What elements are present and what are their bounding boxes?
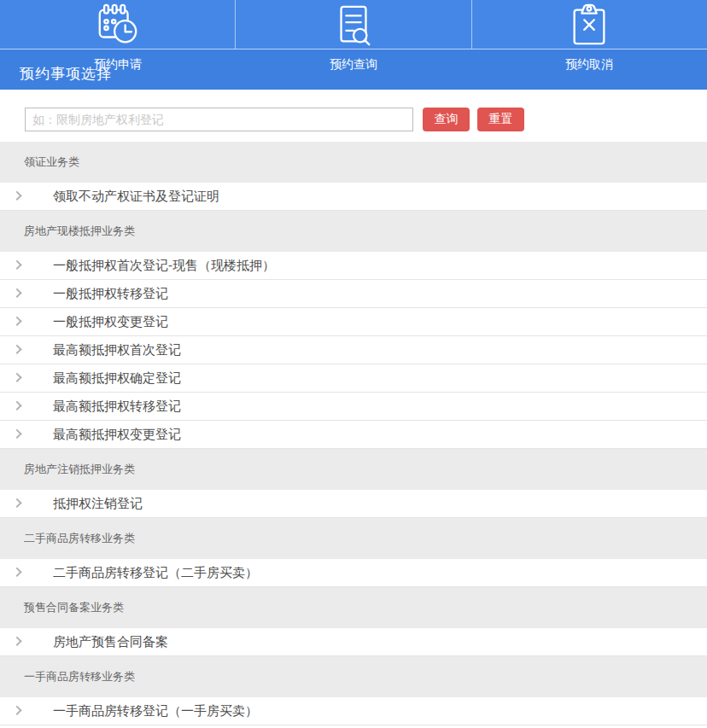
category-header: 一手商品房转移业务类	[0, 656, 707, 697]
list-item[interactable]: 领取不动产权证书及登记证明	[0, 183, 707, 211]
item-label: 一般抵押权变更登记	[53, 314, 168, 330]
list-item[interactable]: 一般抵押权变更登记	[0, 308, 707, 336]
search-input[interactable]	[25, 108, 413, 131]
list-item[interactable]: 最高额抵押权确定登记	[0, 364, 707, 393]
chevron-right-icon	[12, 706, 21, 715]
tab-appointment-cancel[interactable]	[471, 0, 707, 49]
query-button[interactable]: 查询	[423, 108, 470, 131]
calendar-clock-icon	[95, 3, 141, 49]
business-list: 领证业务类 领取不动产权证书及登记证明 房地产现楼抵押业务类 一般抵押权首次登记…	[0, 142, 707, 725]
list-item[interactable]: 一般抵押权转移登记	[0, 280, 707, 308]
chevron-right-icon	[12, 498, 21, 508]
item-label: 最高额抵押权确定登记	[53, 370, 181, 387]
clipboard-x-icon	[566, 3, 612, 49]
app-header: 预约申请 预约查询 预约取消 预约事项选择	[0, 0, 707, 90]
tab-appointment-apply[interactable]	[0, 0, 235, 49]
item-label: 一般抵押权首次登记-现售（现楼抵押）	[53, 258, 275, 274]
tab-label-cancel[interactable]: 预约取消	[471, 50, 707, 90]
tab-label-query[interactable]: 预约查询	[236, 50, 471, 90]
category-header: 房地产注销抵押业务类	[0, 449, 707, 490]
list-item[interactable]: 一手商品房转移登记（一手房买卖）	[0, 697, 707, 725]
chevron-right-icon	[12, 401, 21, 411]
chevron-right-icon	[12, 191, 21, 201]
search-bar: 查询 重置	[25, 108, 707, 131]
item-label: 最高额抵押权变更登记	[53, 427, 181, 443]
category-header: 二手商品房转移业务类	[0, 518, 707, 559]
item-label: 一手商品房转移登记（一手房买卖）	[53, 703, 258, 719]
item-label: 最高额抵押权转移登记	[53, 399, 181, 415]
category-header: 房地产现楼抵押业务类	[0, 211, 707, 252]
item-label: 二手商品房转移登记（二手房买卖）	[53, 565, 258, 581]
page-title: 预约事项选择	[20, 64, 112, 84]
item-label: 领取不动产权证书及登记证明	[53, 189, 219, 205]
item-label: 房地产预售合同备案	[53, 634, 168, 650]
list-item[interactable]: 一般抵押权首次登记-现售（现楼抵押）	[0, 252, 707, 280]
reset-button[interactable]: 重置	[477, 108, 524, 131]
list-item[interactable]: 房地产预售合同备案	[0, 628, 707, 656]
chevron-right-icon	[12, 317, 21, 326]
category-header: 领证业务类	[0, 142, 707, 183]
item-label: 最高额抵押权首次登记	[53, 342, 181, 358]
list-item[interactable]: 最高额抵押权变更登记	[0, 421, 707, 449]
chevron-right-icon	[12, 260, 21, 270]
category-header: 预售合同备案业务类	[0, 587, 707, 628]
chevron-right-icon	[12, 373, 21, 382]
list-item[interactable]: 抵押权注销登记	[0, 490, 707, 518]
item-label: 抵押权注销登记	[53, 496, 143, 512]
chevron-right-icon	[12, 345, 21, 354]
document-search-icon	[330, 3, 377, 49]
list-item[interactable]: 最高额抵押权首次登记	[0, 336, 707, 364]
chevron-right-icon	[12, 288, 21, 298]
item-label: 一般抵押权转移登记	[53, 286, 168, 302]
chevron-right-icon	[12, 568, 21, 577]
chevron-right-icon	[12, 429, 21, 439]
tab-appointment-query[interactable]	[235, 0, 470, 49]
chevron-right-icon	[12, 637, 21, 646]
list-item[interactable]: 最高额抵押权转移登记	[0, 393, 707, 421]
list-item[interactable]: 二手商品房转移登记（二手房买卖）	[0, 559, 707, 587]
tab-bar	[0, 0, 707, 50]
